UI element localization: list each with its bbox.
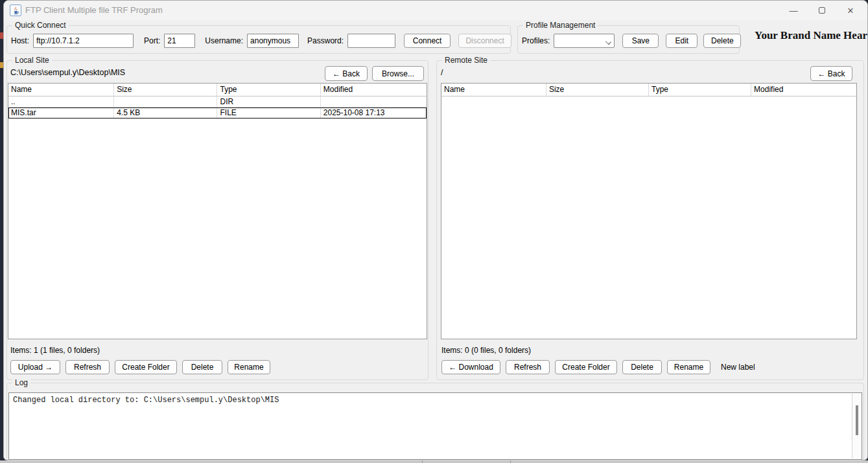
remote-delete-button[interactable]: Delete — [622, 360, 662, 374]
maximize-icon[interactable] — [808, 1, 836, 20]
remote-site-group: Remote Site / ← Back Name Size Type Modi… — [436, 60, 864, 380]
titlebar[interactable]: FTP Client Multiple file TRF Program — ✕ — [4, 1, 867, 20]
password-input[interactable] — [347, 34, 395, 48]
cell-size — [114, 96, 217, 107]
local-back-button[interactable]: ← Back — [325, 66, 368, 81]
cell-type: DIR — [217, 96, 320, 107]
cell-name: MIS.tar — [8, 107, 114, 118]
chevron-down-icon — [605, 39, 611, 45]
log-line: Changed local directory to: C:\Users\sem… — [9, 393, 862, 407]
column-header-size[interactable]: Size — [114, 84, 217, 96]
column-header-modified[interactable]: Modified — [751, 84, 856, 96]
remote-refresh-button[interactable]: Refresh — [506, 360, 550, 374]
profiles-dropdown[interactable] — [554, 34, 615, 48]
download-button[interactable]: ← Download — [441, 360, 500, 374]
table-row[interactable]: .. DIR — [8, 96, 427, 107]
port-label: Port: — [144, 36, 160, 45]
taskbar-divider — [422, 460, 423, 463]
host-input[interactable] — [33, 34, 134, 48]
local-items-count: Items: 1 (1 files, 0 folders) — [10, 346, 100, 355]
profile-delete-button[interactable]: Delete — [703, 34, 741, 48]
close-icon[interactable]: ✕ — [836, 1, 865, 20]
scrollbar-thumb[interactable] — [856, 405, 858, 435]
column-header-name[interactable]: Name — [8, 84, 114, 96]
remote-table-header[interactable]: Name Size Type Modified — [441, 84, 856, 96]
remote-file-table: Name Size Type Modified — [441, 83, 857, 339]
quick-connect-group: Quick Connect Host: Port: Username: Pass… — [6, 25, 511, 54]
local-site-title: Local Site — [12, 56, 52, 65]
table-row-selected[interactable]: MIS.tar 4.5 KB FILE 2025-10-08 17:13 — [8, 107, 427, 119]
local-site-group: Local Site C:\Users\sempul.y\Desktop\MIS… — [6, 60, 428, 380]
column-header-type[interactable]: Type — [649, 84, 751, 96]
local-refresh-button[interactable]: Refresh — [65, 360, 110, 374]
cell-type: FILE — [217, 107, 320, 118]
java-app-icon — [10, 5, 21, 16]
local-browse-button[interactable]: Browse... — [372, 66, 424, 81]
profile-edit-button[interactable]: Edit — [666, 34, 698, 48]
port-input[interactable] — [164, 34, 195, 48]
local-file-table: Name Size Type Modified .. DIR MIS.tar 4… — [8, 83, 427, 339]
log-scrollbar[interactable] — [852, 394, 861, 458]
column-header-modified[interactable]: Modified — [321, 84, 427, 96]
log-title: Log — [12, 378, 30, 388]
new-label-text: New label — [721, 363, 755, 372]
remote-items-count: Items: 0 (0 files, 0 folders) — [441, 346, 531, 355]
log-group: Log Changed local directory to: C:\Users… — [6, 383, 864, 460]
remote-rename-button[interactable]: Rename — [667, 360, 710, 374]
profile-management-title: Profile Management — [523, 21, 598, 30]
username-label: Username: — [205, 36, 243, 45]
local-rename-button[interactable]: Rename — [228, 360, 270, 374]
cell-modified: 2025-10-08 17:13 — [321, 107, 427, 118]
log-textarea[interactable]: Changed local directory to: C:\Users\sem… — [8, 392, 862, 460]
local-delete-button[interactable]: Delete — [182, 360, 222, 374]
window-title: FTP Client Multiple file TRF Program — [25, 1, 163, 20]
connect-button[interactable]: Connect — [404, 34, 451, 48]
remote-back-button[interactable]: ← Back — [810, 66, 852, 81]
column-header-name[interactable]: Name — [441, 84, 546, 96]
quick-connect-title: Quick Connect — [12, 21, 69, 30]
upload-button[interactable]: Upload → — [10, 360, 60, 374]
remote-create-folder-button[interactable]: Create Folder — [555, 360, 617, 374]
cell-size: 4.5 KB — [114, 107, 217, 118]
profile-management-group: Profile Management Profiles: Save Edit D… — [517, 25, 740, 54]
cell-name: .. — [8, 96, 114, 107]
profiles-label: Profiles: — [522, 36, 550, 45]
taskbar-divider — [510, 460, 511, 463]
remote-site-title: Remote Site — [442, 56, 490, 65]
host-label: Host: — [11, 36, 29, 45]
username-input[interactable] — [247, 34, 299, 48]
local-path: C:\Users\sempul.y\Desktop\MIS — [10, 68, 125, 77]
disconnect-button: Disconnect — [458, 34, 511, 48]
brand-text: Your Brand Name Hear — [755, 29, 867, 42]
taskbar-edge — [0, 460, 868, 463]
local-table-header[interactable]: Name Size Type Modified — [8, 84, 427, 96]
column-header-size[interactable]: Size — [546, 84, 649, 96]
ftp-client-window: FTP Client Multiple file TRF Program — ✕… — [3, 0, 868, 460]
remote-path: / — [441, 68, 443, 77]
password-label: Password: — [307, 36, 344, 45]
profile-save-button[interactable]: Save — [622, 34, 659, 48]
cell-modified — [321, 96, 427, 107]
local-create-folder-button[interactable]: Create Folder — [115, 360, 177, 374]
column-header-type[interactable]: Type — [217, 84, 320, 96]
minimize-icon[interactable]: — — [779, 1, 808, 20]
